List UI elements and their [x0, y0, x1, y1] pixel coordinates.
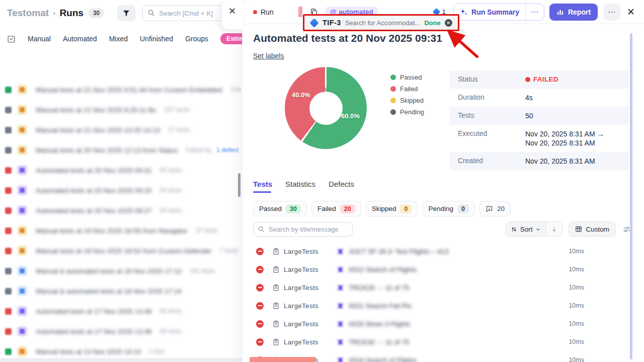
- run-list-item[interactable]: Automated tests at 17 Nov 2025 13:49 50 …: [0, 301, 241, 321]
- run-list-item[interactable]: Manual tests at 21 Nov 2025 9:51:44 from…: [0, 80, 241, 100]
- clipboard-icon: [272, 266, 280, 273]
- tab-mixed[interactable]: Mixed: [109, 35, 128, 43]
- test-list-item[interactable]: LargeTests 0025 Show 3 Flights 10ms: [253, 315, 631, 333]
- run-summary-more-button[interactable]: ⋯: [525, 4, 544, 20]
- run-item-meta: 50 tests: [159, 187, 182, 194]
- info-value: FAILED: [525, 75, 558, 84]
- legend-item: Failed: [390, 85, 424, 93]
- jira-diamond-icon: [309, 18, 318, 27]
- test-list-item[interactable]: LargeTests 0021 Search Fail Pts 10ms: [253, 297, 631, 315]
- test-list-item[interactable]: LargeTests TRCK30 → 11 of 75 10ms: [253, 333, 631, 351]
- run-status-chip: Run: [253, 8, 274, 16]
- tab-tests[interactable]: Tests: [253, 180, 272, 193]
- filter-button[interactable]: [117, 5, 135, 21]
- tab-unfinished[interactable]: Unfinished: [140, 35, 173, 43]
- panel-close-notch[interactable]: ✕: [222, 0, 243, 29]
- filter-label: Passed: [259, 205, 282, 212]
- filter-skipped[interactable]: Skipped 0: [366, 201, 418, 216]
- run-list-item[interactable]: Manual tests at 19 Nov 2025 18:55 from N…: [0, 221, 241, 241]
- run-type-icon: [17, 286, 27, 296]
- run-list-item[interactable]: Manual & automated tests at 18 Nov 2025 …: [0, 261, 241, 281]
- legend-dot-icon: [390, 109, 396, 115]
- tab-groups[interactable]: Groups: [185, 35, 208, 43]
- run-list-item[interactable]: Manual tests at 21 Nov 2025 9:25:11 Bx 1…: [0, 100, 241, 120]
- run-list-item[interactable]: Manual tests at 21 Nov 2025 13:25 14:13 …: [0, 120, 241, 140]
- failed-dot-icon: [253, 10, 257, 14]
- close-icon: ✕: [228, 7, 236, 16]
- tab-automated[interactable]: Automated: [63, 35, 97, 43]
- failed-test-icon: [256, 248, 264, 255]
- filter-count-badge: 0: [457, 204, 469, 213]
- run-item-meta: 1 test: [149, 348, 165, 355]
- test-title: 0021 Search Fail Pts: [349, 302, 412, 310]
- filter-failed[interactable]: Failed 20: [311, 201, 361, 216]
- run-item-title: Automated tests at 20 Nov 2025 09:31: [36, 167, 151, 174]
- run-status-icon: [5, 288, 12, 295]
- run-list-item[interactable]: Automated tests at 20 Nov 2025 09:20 50 …: [0, 180, 241, 200]
- run-item-title: Automated tests at 17 Nov 2025 13:49: [36, 308, 151, 315]
- run-status-icon: [5, 268, 12, 274]
- filter-label: Pending: [428, 205, 453, 212]
- run-list-item[interactable]: Automated tests at 20 Nov 2025 08:27 50 …: [0, 200, 241, 221]
- detail-scrollbar[interactable]: [630, 33, 632, 359]
- run-defect-link[interactable]: 1 defect: [216, 147, 238, 154]
- run-type-icon: [17, 85, 27, 95]
- breadcrumb-app[interactable]: Testomat: [7, 8, 49, 19]
- run-status-icon: [5, 248, 12, 254]
- panel-close-button[interactable]: ✕: [627, 6, 635, 18]
- sort-direction-button[interactable]: [546, 222, 562, 236]
- tab-statistics[interactable]: Statistics: [285, 180, 315, 193]
- filter-comments[interactable]: 20: [479, 201, 511, 216]
- filter-passed[interactable]: Passed 30: [253, 201, 307, 216]
- test-tag-icon: [337, 248, 344, 255]
- info-label: Duration: [458, 93, 525, 102]
- run-type-icon: [17, 185, 27, 195]
- failed-test-icon: [256, 284, 264, 292]
- run-item-title: Manual tests at 20 Nov 2025 12:13 from S…: [36, 147, 178, 154]
- report-button[interactable]: Report: [549, 4, 598, 21]
- run-item-title: Manual tests at 19 Nov 2025 18:52 from C…: [36, 247, 212, 255]
- test-tag-icon: [337, 356, 344, 362]
- run-list-item[interactable]: Automated tests at 20 Nov 2025 09:31 50 …: [0, 160, 241, 180]
- chart-legend: Passed Failed Skipped Pending: [390, 74, 424, 116]
- run-summary-label: Run Summary: [471, 8, 519, 16]
- checklist-icon[interactable]: [7, 35, 16, 43]
- run-type-icon: [17, 165, 27, 175]
- info-label: Tests: [458, 111, 525, 120]
- jira-issue-tooltip[interactable]: TIF-3 Search for Accommodat... Done ✕: [304, 16, 458, 30]
- donut-hole: [309, 92, 343, 125]
- test-suite-label: LargeTests: [284, 320, 318, 328]
- legend-label: Failed: [400, 85, 418, 93]
- run-item-title: Manual tests at 21 Nov 2025 9:51:44 from…: [36, 86, 222, 94]
- tests-search-input[interactable]: [253, 222, 353, 237]
- run-list-item[interactable]: Manual tests at 20 Nov 2025 12:13 from S…: [0, 140, 241, 160]
- panel-more-button[interactable]: ⋯: [603, 4, 620, 21]
- run-summary-main[interactable]: Run Summary: [454, 8, 525, 16]
- run-summary-button[interactable]: Run Summary ⋯: [453, 4, 544, 21]
- runs-filter-tabs: Manual Automated Mixed Unfinished Groups…: [7, 31, 250, 46]
- run-list-item[interactable]: Manual tests at 13 Nov 2025 14:10 1 test: [0, 341, 241, 358]
- run-list-item[interactable]: Manual & automated tests at 18 Nov 2025 …: [0, 281, 241, 301]
- run-item-meta: 50 tests: [159, 308, 182, 315]
- run-list-item[interactable]: Manual tests at 19 Nov 2025 18:52 from C…: [0, 241, 241, 261]
- left-bottom-strip: [0, 358, 242, 362]
- test-list-item[interactable]: LargeTests 0022 Search of Flights 10ms: [253, 260, 631, 278]
- filter-pending[interactable]: Pending 0: [422, 201, 475, 216]
- sort-button[interactable]: Sort: [506, 222, 546, 236]
- left-scrollbar[interactable]: [238, 173, 240, 197]
- sparkles-icon: [460, 8, 468, 16]
- custom-columns-button[interactable]: Custom: [569, 222, 616, 237]
- tab-defects[interactable]: Defects: [329, 180, 354, 193]
- run-list-item[interactable]: Automated tests at 17 Nov 2025 13:36 50 …: [0, 321, 241, 341]
- run-item-meta: 137 tests: [164, 106, 190, 113]
- test-list-item[interactable]: LargeTests JUCT SF 26.3: Test Flights – …: [253, 242, 631, 260]
- run-status-icon: [5, 147, 12, 154]
- test-title: 0025 Show 3 Flights: [349, 320, 410, 328]
- test-list-item[interactable]: LargeTests TRCK29 → 11 of 75 10ms: [253, 278, 631, 297]
- breadcrumb-separator: ›: [53, 9, 55, 18]
- info-row: Executed Nov 20, 2025 8:31 AM →Nov 20, 2…: [450, 125, 629, 152]
- set-labels-link[interactable]: Set labels: [253, 52, 284, 60]
- tab-manual[interactable]: Manual: [28, 35, 51, 43]
- sort-arrows-icon: [511, 226, 517, 233]
- issue-remove-button[interactable]: ✕: [445, 19, 452, 27]
